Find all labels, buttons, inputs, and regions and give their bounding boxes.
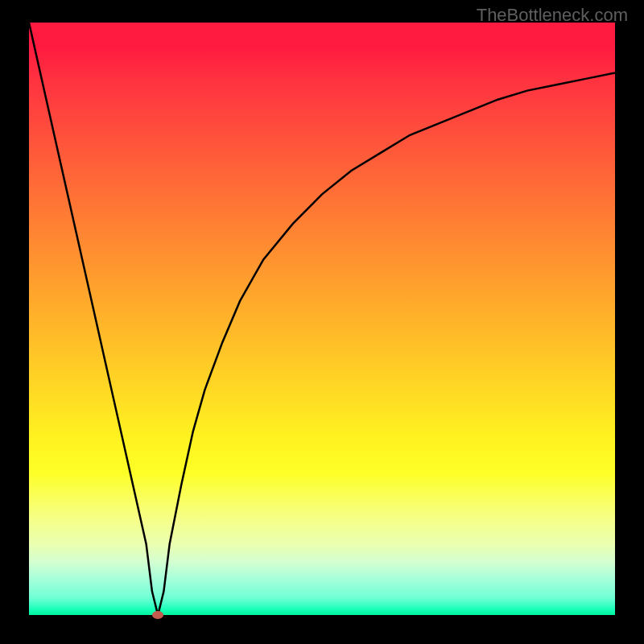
watermark-text: TheBottleneck.com: [477, 5, 628, 26]
plot-area: [29, 23, 615, 615]
chart-container: TheBottleneck.com: [0, 0, 644, 644]
minimum-marker: [152, 611, 163, 619]
line-plot: [29, 23, 615, 615]
data-curve: [29, 23, 615, 615]
